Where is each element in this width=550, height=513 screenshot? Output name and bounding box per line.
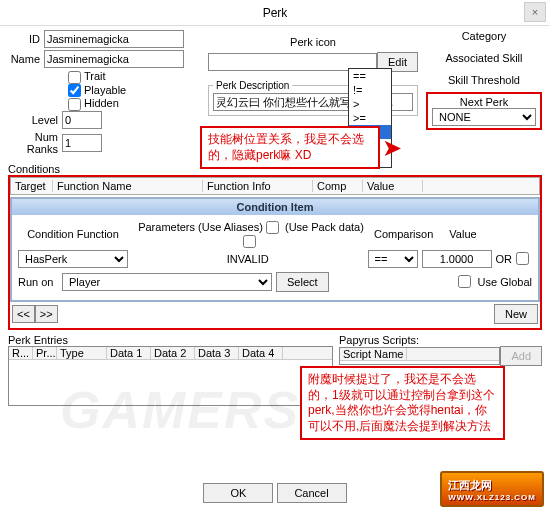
condfunc-select[interactable]: HasPerk bbox=[18, 250, 128, 268]
add-button: Add bbox=[500, 346, 542, 366]
select-button[interactable]: Select bbox=[276, 272, 329, 292]
nextperk-select[interactable]: NONE bbox=[432, 108, 536, 126]
category-label: Category bbox=[426, 30, 542, 42]
site-logo: 江西龙网WWW.XLZ123.COM bbox=[440, 471, 544, 507]
param-invalid: INVALID bbox=[132, 253, 364, 265]
id-label: ID bbox=[8, 33, 44, 45]
conditions-header: Target Function Name Function Info Comp … bbox=[10, 177, 540, 195]
usealiases-checkbox[interactable] bbox=[266, 221, 279, 234]
level-input[interactable] bbox=[62, 111, 102, 129]
nextperk-group: Next Perk NONE bbox=[426, 92, 542, 130]
perkentries-list[interactable]: R...Pr... TypeData 1 Data 2Data 3 Data 4 bbox=[8, 346, 333, 406]
name-input[interactable] bbox=[44, 50, 184, 68]
numranks-label: Num Ranks bbox=[8, 131, 62, 155]
perkentries-label: Perk Entries bbox=[8, 334, 333, 346]
comparison-select[interactable]: == bbox=[368, 250, 418, 268]
perkicon-label: Perk icon bbox=[290, 36, 336, 48]
condvalue-input[interactable] bbox=[422, 250, 492, 268]
condition-item-panel: Condition Item Condition Function Parame… bbox=[10, 197, 540, 302]
cancel-button[interactable]: Cancel bbox=[277, 483, 347, 503]
perkdesc-label: Perk Description bbox=[213, 80, 292, 91]
or-label: OR bbox=[496, 253, 513, 265]
trait-checkbox[interactable] bbox=[68, 71, 81, 84]
value-label: Value bbox=[428, 228, 498, 240]
condfunc-label: Condition Function bbox=[18, 228, 128, 240]
comparison-label: Comparison bbox=[374, 228, 424, 240]
ok-button[interactable]: OK bbox=[203, 483, 273, 503]
skillthresh-label: Skill Threshold bbox=[426, 74, 542, 86]
next-button[interactable]: >> bbox=[35, 305, 58, 323]
usepackdata-checkbox[interactable] bbox=[243, 235, 256, 248]
script-list[interactable]: Script Name bbox=[339, 347, 501, 365]
new-button[interactable]: New bbox=[494, 304, 538, 324]
papyrus-label: Papyrus Scripts: bbox=[339, 334, 542, 346]
annotation-2: 附魔时候提过了，我还是不会选的，1级就可以通过控制台拿到这个perk,当然你也许… bbox=[300, 366, 505, 440]
arrow-icon: ➤ bbox=[382, 134, 402, 162]
close-icon[interactable]: × bbox=[524, 2, 546, 22]
numranks-input[interactable] bbox=[62, 134, 102, 152]
playable-label: Playable bbox=[84, 84, 126, 96]
useglobal-label: Use Global bbox=[478, 276, 532, 288]
nextperk-label: Next Perk bbox=[432, 96, 536, 108]
annotation-1: 技能树位置关系，我是不会选的，隐藏perk嘛 XD bbox=[200, 126, 380, 169]
useglobal-checkbox[interactable] bbox=[458, 275, 471, 288]
name-label: Name bbox=[8, 53, 44, 65]
assocskill-label: Associated Skill bbox=[426, 52, 542, 64]
runon-select[interactable]: Player bbox=[62, 273, 272, 291]
hidden-label: Hidden bbox=[84, 97, 119, 109]
prev-button[interactable]: << bbox=[12, 305, 35, 323]
window-title: Perk bbox=[263, 6, 288, 20]
or-checkbox[interactable] bbox=[516, 252, 529, 265]
hidden-checkbox[interactable] bbox=[68, 98, 81, 111]
playable-checkbox[interactable] bbox=[68, 84, 81, 97]
id-input[interactable] bbox=[44, 30, 184, 48]
level-label: Level bbox=[8, 114, 62, 126]
conditem-title: Condition Item bbox=[12, 199, 538, 215]
runon-label: Run on bbox=[18, 276, 58, 288]
trait-label: Trait bbox=[84, 70, 106, 82]
